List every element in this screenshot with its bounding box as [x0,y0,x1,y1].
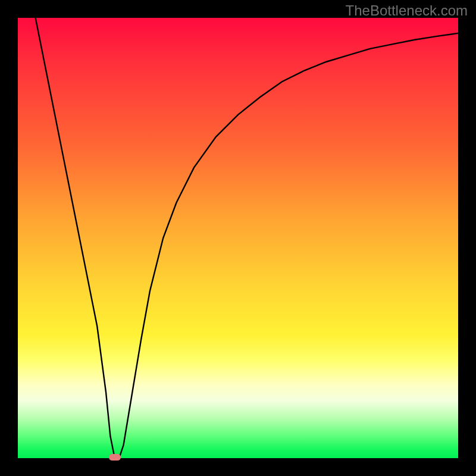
chart-frame: TheBottleneck.com [0,0,476,476]
plot-area [18,18,458,458]
watermark-text: TheBottleneck.com [346,2,468,19]
curve-svg [18,18,458,458]
bottleneck-curve [36,18,458,458]
optimal-marker [109,454,121,461]
